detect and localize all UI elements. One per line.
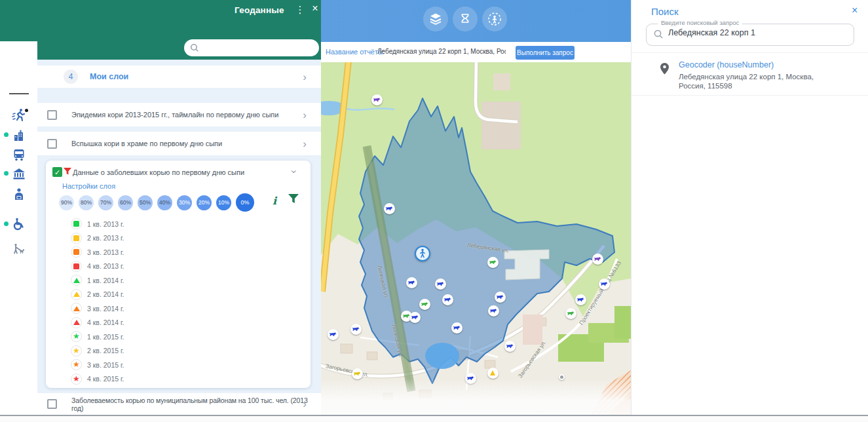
layer-checkbox[interactable] (47, 139, 57, 149)
report-bar: Название отчёта: Лебедянская улица 22 ко… (321, 42, 631, 62)
icon-sidebar (0, 41, 37, 415)
legend-label: 1 кв. 2014 г. (87, 277, 124, 284)
layer-checkbox-checked[interactable]: ✓ (52, 167, 62, 177)
search-icon (653, 29, 664, 40)
map-marker-layer (321, 62, 631, 415)
legend-label: 2 кв. 2014 г. (87, 290, 124, 298)
map[interactable]: Лебедянская ул.Липецкая ул.Липецкая ул.З… (321, 62, 631, 415)
dog-walking-area-marker[interactable] (599, 278, 610, 290)
map-pin-icon (659, 62, 670, 75)
layers-button[interactable] (423, 7, 448, 31)
wheelchair-icon[interactable] (9, 216, 29, 233)
opacity-option[interactable]: 0% (236, 193, 254, 212)
museum-building-icon[interactable] (9, 166, 29, 183)
notification-dot (25, 109, 28, 112)
dog-walking-area-marker[interactable] (409, 312, 421, 323)
search-panel: Поиск × Введите поисковый запрос Geocode… (631, 0, 868, 415)
dog-walking-area-marker[interactable] (419, 299, 430, 310)
dog-walking-area-marker[interactable] (504, 341, 516, 352)
teal-indicator-dot (4, 171, 9, 176)
hamburger-menu-icon[interactable] (9, 85, 29, 102)
opacity-option[interactable]: 90% (59, 195, 74, 210)
bus-icon[interactable] (9, 146, 29, 163)
geodata-app: Геоданные ⋮ × (0, 0, 868, 422)
legend-item: 2 кв. 2013 г. (71, 233, 124, 244)
report-name-value[interactable]: Лебедянская улица 22 корп 1, Москва, Рос… (377, 48, 506, 55)
dog-walking-area-marker[interactable] (352, 368, 363, 379)
triangle-marker-icon (71, 303, 82, 314)
opacity-option[interactable]: 20% (197, 195, 212, 210)
legend-item: 4 кв. 2013 г. (71, 261, 124, 272)
kebab-menu-icon[interactable]: ⋮ (295, 4, 305, 16)
legend-label: 2 кв. 2013 г. (87, 234, 124, 242)
legend-label: 2 кв. 2015 г. (87, 347, 124, 355)
dog-walking-area-marker[interactable] (371, 94, 383, 106)
dog-walking-area-marker[interactable] (406, 277, 417, 288)
layer-row-outbreak[interactable]: Вспышка кори в храме по первому дню сыпи… (37, 132, 321, 155)
layer-row-incidence[interactable]: Заболеваемость корью по муниципальным ра… (37, 393, 321, 415)
dog-walking-area-marker[interactable] (442, 294, 453, 305)
dog-walking-area-marker[interactable] (328, 329, 339, 340)
active-layer-card: ✓ Данные о заболевших корью по первому д… (46, 161, 311, 388)
opacity-option[interactable]: 10% (216, 195, 231, 210)
opacity-option[interactable]: 40% (157, 195, 172, 210)
dog-walking-area-marker[interactable] (487, 257, 499, 268)
chevron-collapse-icon[interactable]: › (288, 170, 300, 173)
active-layer-label: Данные о заболевших корью по первому дню… (73, 168, 244, 176)
dog-walking-area-marker[interactable] (575, 294, 586, 305)
opacity-option[interactable]: 80% (79, 195, 94, 210)
isochrone-center-marker[interactable] (415, 246, 430, 261)
close-icon[interactable]: × (309, 3, 321, 14)
businessman-icon[interactable] (9, 186, 29, 203)
dog-walking-area-marker[interactable] (465, 373, 476, 384)
city-buildings-icon[interactable] (9, 127, 29, 144)
opacity-option[interactable]: 60% (118, 195, 133, 210)
legend-label: 4 кв. 2013 г. (87, 262, 124, 270)
opacity-option[interactable]: 50% (138, 195, 153, 210)
dog-walking-area-marker[interactable] (592, 254, 603, 265)
layer-row-epidemic[interactable]: Эпидемия кори 2013-2015 гг., таймлайн по… (37, 103, 321, 126)
triangle-marker[interactable] (487, 368, 499, 379)
layer-settings-link[interactable]: Настройки слоя (62, 182, 115, 190)
search-input-label: Введите поисковый запрос (658, 19, 742, 26)
green-filter-icon[interactable] (288, 194, 299, 204)
walk-radius-button[interactable] (482, 7, 507, 31)
dog-walking-area-marker[interactable] (495, 292, 506, 303)
hourglass-button[interactable] (453, 7, 478, 31)
dog-walking-area-marker[interactable] (565, 308, 576, 319)
result-address: Лебедянская улица 22 корп 1, Москва, Рос… (679, 72, 842, 90)
opacity-option[interactable]: 30% (177, 195, 192, 210)
legend-item: 1 кв. 2014 г. (71, 275, 124, 286)
square-marker-icon (71, 233, 82, 244)
dog-walking-area-marker[interactable] (451, 322, 462, 334)
teal-indicator-dot (4, 132, 9, 137)
search-result-item[interactable]: Geocoder (houseNumber) Лебедянская улица… (632, 52, 868, 96)
dog-walking-area-marker[interactable] (435, 278, 446, 290)
star-marker-icon: ★ (71, 374, 82, 385)
square-marker-icon (71, 261, 82, 272)
run-query-button[interactable]: Выполнить запрос (516, 46, 575, 60)
search-icon (189, 43, 200, 53)
dog-walking-area-marker[interactable] (488, 305, 499, 316)
layer-label: Эпидемия кори 2013-2015 гг., таймлайн по… (71, 111, 278, 119)
layer-checkbox[interactable] (47, 399, 57, 409)
layer-label: Вспышка кори в храме по первому дню сыпи (71, 140, 222, 147)
legend-item: 4 кв. 2014 г. (71, 317, 124, 328)
dog-walking-area-marker[interactable] (384, 203, 395, 214)
my-layers-row[interactable]: 4 Мои слои › (37, 66, 321, 88)
legend-item: ★3 кв. 2015 г. (71, 359, 124, 370)
close-icon[interactable]: × (852, 5, 858, 16)
layer-checkbox[interactable] (47, 110, 57, 120)
chevron-right-icon[interactable]: › (303, 109, 307, 121)
map-poi[interactable] (559, 374, 565, 380)
star-marker-icon: ★ (71, 345, 82, 356)
chevron-right-icon[interactable]: › (303, 138, 307, 149)
layers-search-input[interactable] (184, 39, 319, 56)
info-icon[interactable]: i (273, 195, 276, 207)
chevron-right-icon[interactable]: › (303, 398, 307, 410)
dog-walking-area-marker[interactable] (350, 324, 362, 335)
search-input[interactable] (668, 28, 845, 37)
dog-walking-icon[interactable] (9, 241, 29, 258)
opacity-option[interactable]: 70% (98, 195, 113, 210)
chevron-right-icon[interactable]: › (303, 71, 307, 83)
